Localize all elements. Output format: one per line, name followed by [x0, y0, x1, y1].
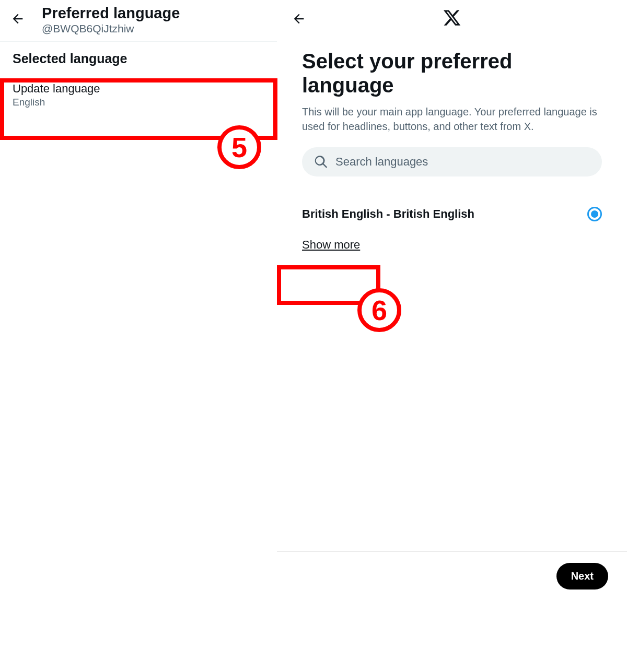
radio-inner-dot: [591, 210, 598, 218]
back-arrow-icon: [10, 11, 25, 26]
right-header: [277, 5, 627, 39]
select-language-title: Select your preferred language: [302, 49, 602, 97]
back-button-right[interactable]: [289, 9, 308, 28]
radio-selected[interactable]: [587, 207, 602, 221]
update-language-row[interactable]: Update language English: [0, 72, 277, 119]
update-language-value: English: [13, 97, 264, 108]
language-option-british-english[interactable]: British English - British English: [302, 197, 602, 231]
search-icon: [314, 155, 328, 169]
left-panel: Preferred language @BWQB6QiJtzhiw Select…: [0, 0, 277, 672]
language-option-label: British English - British English: [302, 207, 474, 221]
update-language-label: Update language: [13, 82, 264, 96]
left-header: Preferred language @BWQB6QiJtzhiw: [0, 0, 277, 42]
x-logo-icon: [443, 8, 461, 27]
x-logo: [443, 8, 461, 29]
select-language-description: This will be your main app language. You…: [302, 104, 602, 134]
next-button[interactable]: Next: [556, 563, 608, 590]
show-more-link[interactable]: Show more: [302, 238, 360, 251]
search-input[interactable]: [335, 155, 590, 169]
right-panel: Select your preferred language This will…: [277, 0, 627, 672]
footer-divider: [277, 551, 627, 552]
back-button-left[interactable]: [8, 9, 27, 28]
search-languages-field[interactable]: [302, 147, 602, 176]
back-arrow-icon: [292, 11, 306, 26]
section-heading: Selected language: [0, 42, 277, 72]
user-handle: @BWQB6QiJtzhiw: [42, 22, 180, 35]
page-title: Preferred language: [42, 4, 180, 22]
